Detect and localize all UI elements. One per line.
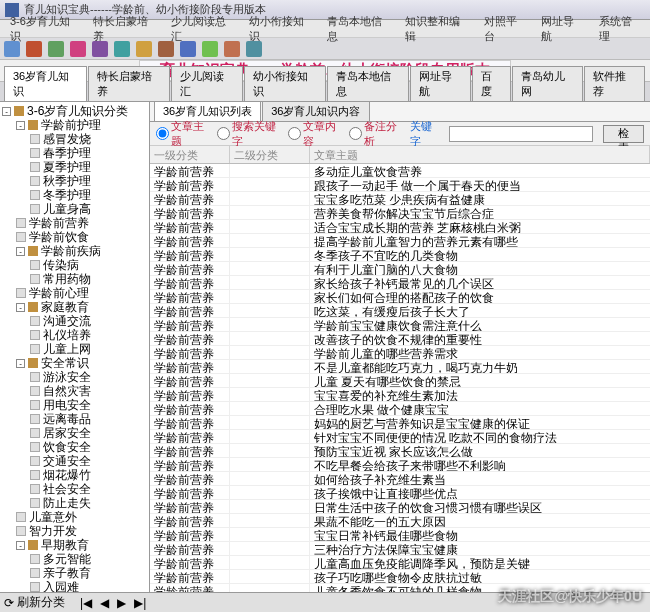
tree-node[interactable]: 自然灾害 [2,384,147,398]
toolbar-icon[interactable] [4,41,20,57]
menu-item[interactable]: 系统管理 [591,14,648,44]
search-button[interactable]: 检索 [603,125,644,143]
search-option[interactable]: 文章主题 [156,119,207,149]
tree-toggle-icon[interactable]: - [16,247,25,256]
grid-header-cell[interactable]: 二级分类 [230,146,310,163]
menu-item[interactable]: 3-6岁育儿知识 [2,14,85,44]
main-tab[interactable]: 36岁育儿知识 [4,66,87,101]
toolbar-icon[interactable] [224,41,240,57]
main-tab[interactable]: 特长启蒙培养 [88,66,170,101]
grid-row[interactable]: 学龄前营养合理吃水果 做个健康宝宝 [150,402,650,416]
tree-node[interactable]: -家庭教育 [2,300,147,314]
grid-row[interactable]: 学龄前营养孩子挨饿中让直接哪些优点 [150,486,650,500]
menu-item[interactable]: 青岛本地信息 [319,14,397,44]
grid-row[interactable]: 学龄前营养宝宝多吃范菜 少患疾病有益健康 [150,192,650,206]
tree-node[interactable]: 游泳安全 [2,370,147,384]
grid-header-cell[interactable]: 文章主题 [310,146,650,163]
toolbar-icon[interactable] [158,41,174,57]
grid-row[interactable]: 学龄前营养孩子巧吃哪些食物令皮肤抗过敏 [150,570,650,584]
search-option[interactable]: 搜索关键字 [217,119,278,149]
toolbar-icon[interactable] [92,41,108,57]
main-tab[interactable]: 少儿阅读汇 [171,66,242,101]
menu-item[interactable]: 幼小衔接知识 [241,14,319,44]
tree-toggle-icon[interactable]: - [2,107,11,116]
main-tab[interactable]: 青岛幼儿网 [512,66,583,101]
tree-node[interactable]: 儿童上网 [2,342,147,356]
tree-node[interactable]: 儿童意外 [2,510,147,524]
tree-node[interactable]: -早期教育 [2,538,147,552]
tree-node[interactable]: 沟通交流 [2,314,147,328]
tree-node[interactable]: 常用药物 [2,272,147,286]
grid-row[interactable]: 学龄前营养冬季孩子不宜吃的几类食物 [150,248,650,262]
refresh-button[interactable]: ⟳ 刷新分类 [4,594,65,611]
tree-node[interactable]: 学龄前心理 [2,286,147,300]
tree-node[interactable]: -学龄前护理 [2,118,147,132]
grid-header-cell[interactable]: 一级分类 [150,146,230,163]
toolbar-icon[interactable] [246,41,262,57]
tree-node[interactable]: 儿童身高 [2,202,147,216]
toolbar-icon[interactable] [48,41,64,57]
tree-node[interactable]: 入园难 [2,580,147,592]
tree-node[interactable]: 传染病 [2,258,147,272]
toolbar-icon[interactable] [26,41,42,57]
grid-row[interactable]: 学龄前营养果蔬不能吃一的五大原因 [150,514,650,528]
tree-node[interactable]: -学龄前疾病 [2,244,147,258]
menu-item[interactable]: 对照平台 [476,14,533,44]
main-tab[interactable]: 百度 [472,66,511,101]
grid-row[interactable]: 学龄前营养有利于儿童门脑的八大食物 [150,262,650,276]
main-tab[interactable]: 幼小衔接知识 [244,66,326,101]
toolbar-icon[interactable] [136,41,152,57]
tree-toggle-icon[interactable]: - [16,121,25,130]
tree-node[interactable]: 多元智能 [2,552,147,566]
tree-node[interactable]: 学龄前饮食 [2,230,147,244]
search-option[interactable]: 备注分析 [349,119,400,149]
tree-node[interactable]: -3-6岁育儿知识分类 [2,104,147,118]
grid-row[interactable]: 学龄前营养日常生活中孩子的饮食习惯习惯有哪些误区 [150,500,650,514]
nav-button[interactable]: ▶| [134,596,146,610]
grid-row[interactable]: 学龄前营养宝宝日常补钙最佳哪些食物 [150,528,650,542]
grid-row[interactable]: 学龄前营养针对宝宝不同便便的情况 吃款不同的食物疗法 [150,430,650,444]
nav-button[interactable]: ▶ [117,596,126,610]
grid-row[interactable]: 学龄前营养妈妈的厨艺与营养知识是宝宝健康的保证 [150,416,650,430]
grid-row[interactable]: 学龄前营养适合宝宝成长期的营养 芝麻核桃白米粥 [150,220,650,234]
main-tab[interactable]: 青岛本地信息 [327,66,409,101]
tree-node[interactable]: 夏季护理 [2,160,147,174]
tree-node[interactable]: 感冒发烧 [2,132,147,146]
grid-row[interactable]: 学龄前营养预防宝宝近视 家长应该怎么做 [150,444,650,458]
toolbar-icon[interactable] [70,41,86,57]
tree-node[interactable]: 饮食安全 [2,440,147,454]
grid-row[interactable]: 学龄前营养营养美食帮你解决宝宝节后综合症 [150,206,650,220]
menu-item[interactable]: 特长启蒙培养 [85,14,163,44]
tree-node[interactable]: 礼仪培养 [2,328,147,342]
tree-toggle-icon[interactable]: - [16,359,25,368]
tree-toggle-icon[interactable]: - [16,303,25,312]
tree-node[interactable]: 春季护理 [2,146,147,160]
tree-node[interactable]: 亲子教育 [2,566,147,580]
grid-row[interactable]: 学龄前营养儿童 夏天有哪些饮食的禁忌 [150,374,650,388]
tree-node[interactable]: 用电安全 [2,398,147,412]
grid-row[interactable]: 学龄前营养三种治疗方法保障宝宝健康 [150,542,650,556]
nav-button[interactable]: ◀ [100,596,109,610]
tree-node[interactable]: 社会安全 [2,482,147,496]
tree-node[interactable]: 烟花爆竹 [2,468,147,482]
toolbar-icon[interactable] [180,41,196,57]
grid-row[interactable]: 学龄前营养不是儿童都能吃巧克力，喝巧克力牛奶 [150,360,650,374]
tree-node[interactable]: 交通安全 [2,454,147,468]
grid-row[interactable]: 学龄前营养学龄前儿童的哪些营养需求 [150,346,650,360]
main-tab[interactable]: 软件推荐 [584,66,645,101]
grid-row[interactable]: 学龄前营养宝宝喜爱的补充维生素加法 [150,388,650,402]
tree-node[interactable]: -安全常识 [2,356,147,370]
toolbar-icon[interactable] [114,41,130,57]
tree-node[interactable]: 秋季护理 [2,174,147,188]
search-input[interactable] [449,126,593,142]
grid-row[interactable]: 学龄前营养家长给孩子补钙最常见的几个误区 [150,276,650,290]
menu-item[interactable]: 知识整和编辑 [397,14,475,44]
menu-item[interactable]: 网址导航 [533,14,590,44]
tree-node[interactable]: 冬季护理 [2,188,147,202]
menu-item[interactable]: 少儿阅读总汇 [163,14,241,44]
grid-row[interactable]: 学龄前营养家长们如何合理的搭配孩子的饮食 [150,290,650,304]
grid-row[interactable]: 学龄前营养跟孩子一动起手 做一个属于春天的便当 [150,178,650,192]
tree-node[interactable]: 学龄前营养 [2,216,147,230]
grid-row[interactable]: 学龄前营养吃这菜，有缓瘦后孩子长大了 [150,304,650,318]
nav-button[interactable]: |◀ [80,596,92,610]
